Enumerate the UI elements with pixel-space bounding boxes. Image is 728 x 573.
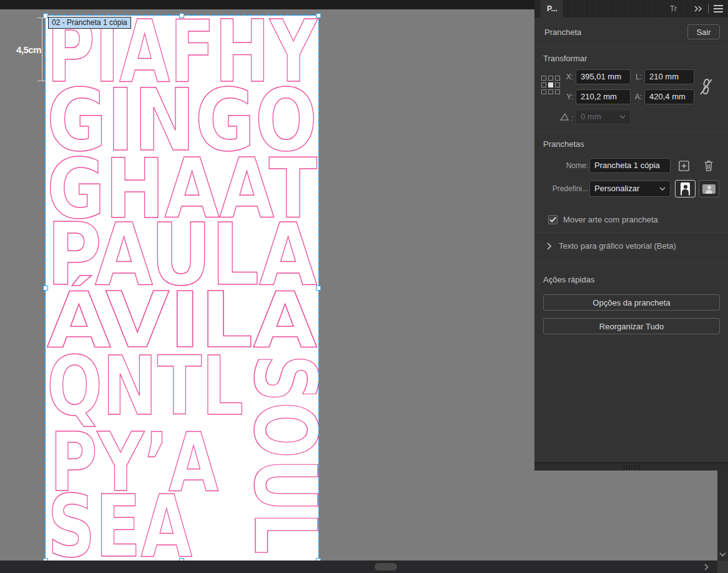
delete-artboard-button[interactable] (701, 158, 716, 173)
add-icon (678, 160, 690, 172)
panel-resize-grip[interactable] (534, 462, 728, 471)
divider (534, 46, 728, 47)
unlink-dimensions-icon[interactable] (699, 77, 714, 96)
x-input[interactable]: 395,01 mm (576, 69, 631, 84)
tab-prancheta[interactable]: P... (541, 0, 563, 17)
selection-handle[interactable] (316, 286, 321, 291)
x-label: X: (563, 69, 573, 84)
landscape-icon (702, 184, 716, 194)
divider (708, 4, 709, 13)
chevron-down-icon (659, 187, 666, 191)
check-icon (549, 217, 556, 222)
scroll-down-icon[interactable] (719, 552, 726, 557)
height-label: A: (632, 89, 642, 104)
portrait-icon (681, 182, 690, 196)
exit-button[interactable]: Sair (687, 24, 720, 39)
measurement-label: 4,5cm (16, 44, 41, 55)
artboard-letter-row: SEA (47, 477, 192, 561)
measurement-tick (37, 17, 47, 18)
y-label: Y: (563, 89, 573, 104)
trash-icon (703, 159, 714, 172)
preset-select[interactable]: Personalizar (589, 181, 671, 197)
divider (534, 132, 728, 132)
y-input[interactable]: 210,2 mm (576, 89, 631, 104)
chevron-down-icon (619, 115, 626, 119)
selection-handle[interactable] (179, 13, 184, 18)
scrollbar-corner (717, 561, 728, 573)
name-label: Nome: (534, 158, 588, 173)
angle-icon: : (559, 112, 573, 122)
angle-input: 0 mm (576, 109, 631, 124)
move-art-checkbox[interactable] (548, 215, 558, 224)
preset-label: Predefini... (534, 181, 588, 196)
horizontal-scroll-thumb[interactable] (375, 563, 397, 571)
artboard[interactable]: PIAFHYGINGOGHAATPAULAÁVILAQNTLPY’ASEASOU… (46, 16, 318, 561)
artboard-options-button[interactable]: Opções da prancheta (543, 294, 720, 311)
scroll-right-icon[interactable] (704, 564, 709, 571)
artboards-section-title: Pranchetas (543, 139, 584, 149)
landscape-orientation-button[interactable] (699, 180, 719, 197)
divider (534, 262, 728, 262)
artboard-artwork: PIAFHYGINGOGHAATPAULAÁVILAQNTLPY’ASEASOU… (46, 16, 318, 561)
divider (534, 232, 728, 233)
horizontal-scrollbar[interactable] (0, 561, 717, 573)
panel-tab-bar: P... Tr (534, 0, 728, 17)
measurement-tick (37, 81, 47, 81)
artboard-letter-row: SOUL (235, 354, 318, 554)
quick-actions-section-title: Ações rápidas (543, 275, 594, 284)
artboard-name-label[interactable]: 02 - Prancheta 1 cópia (48, 17, 131, 29)
canvas-top-strip (0, 0, 534, 9)
selection-handle[interactable] (316, 13, 321, 18)
reference-point-grid[interactable] (541, 76, 560, 94)
collapse-panel-icon[interactable] (694, 6, 703, 12)
artboard-name-input[interactable]: Prancheta 1 cópia (589, 158, 671, 173)
rearrange-all-button[interactable]: Reorganizar Tudo (543, 318, 720, 334)
text-to-vector-label: Texto para gráfico vetorial (Beta) (559, 241, 676, 251)
new-artboard-button[interactable] (676, 158, 691, 173)
text-to-vector-disclosure[interactable]: Texto para gráfico vetorial (Beta) (547, 241, 676, 251)
portrait-orientation-button[interactable] (675, 180, 696, 197)
vertical-scrollbar[interactable] (717, 471, 728, 561)
width-input[interactable]: 210 mm (644, 69, 694, 84)
chevron-right-icon (547, 242, 551, 250)
panel-title: Prancheta (544, 25, 581, 40)
transform-section-title: Transformar (543, 54, 587, 63)
panel-menu-icon[interactable] (714, 5, 723, 12)
selection-handle[interactable] (43, 286, 48, 291)
tab-transformar[interactable]: Tr (670, 0, 677, 17)
measurement-line (42, 17, 42, 81)
height-input[interactable]: 420,4 mm (644, 89, 694, 104)
artboard-panel: P... Tr Prancheta Sair Transformar X: 39… (534, 0, 728, 462)
width-label: L: (632, 69, 642, 84)
move-art-label: Mover arte com prancheta (563, 215, 658, 224)
